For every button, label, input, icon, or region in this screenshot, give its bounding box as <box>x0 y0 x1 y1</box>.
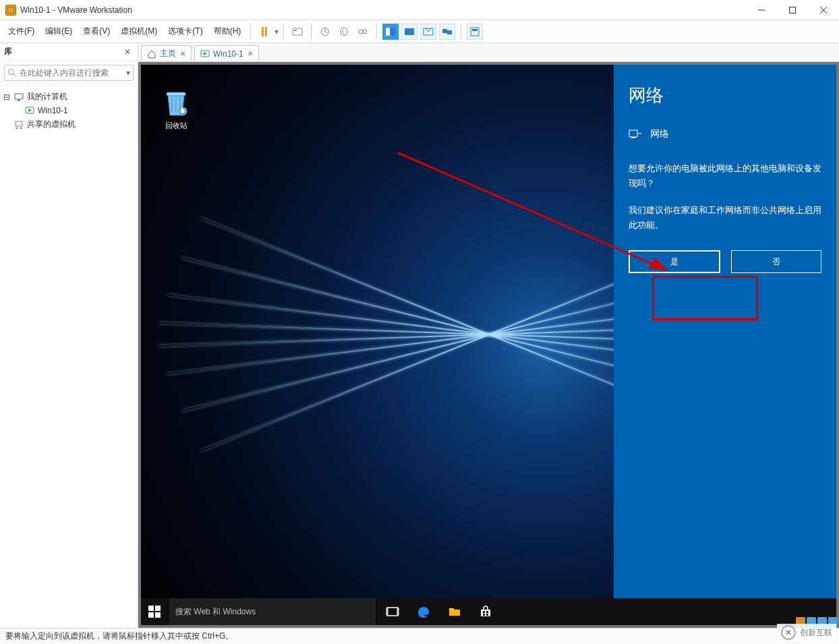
library-close-button[interactable]: ✕ <box>124 47 134 57</box>
menu-edit[interactable]: 编辑(E) <box>40 23 78 40</box>
recycle-bin-icon[interactable]: 回收站 <box>154 88 198 131</box>
watermark-logo-icon: ✕ <box>781 625 796 640</box>
search-dropdown-icon[interactable]: ▾ <box>126 68 130 78</box>
start-button[interactable] <box>141 598 168 625</box>
tab-home-close[interactable]: ✕ <box>180 50 185 57</box>
svg-rect-10 <box>386 28 390 36</box>
tabbar: 主页 ✕ Win10-1 ✕ <box>138 43 839 62</box>
tree-shared-vms[interactable]: 共享的虚拟机 <box>3 117 135 131</box>
tab-home-label: 主页 <box>160 48 176 59</box>
recycle-bin-label: 回收站 <box>154 121 198 131</box>
file-explorer-icon[interactable] <box>439 598 470 625</box>
svg-rect-45 <box>483 611 485 613</box>
svg-point-18 <box>9 69 14 75</box>
tree-collapse-icon[interactable]: ⊟ <box>3 92 11 102</box>
tree-my-computer[interactable]: ⊟ 我的计算机 <box>3 90 135 104</box>
library-title: 库 <box>4 46 124 57</box>
main-pane: 主页 ✕ Win10-1 ✕ <box>138 43 839 628</box>
vmware-app-icon <box>5 5 16 16</box>
taskbar-search[interactable]: 搜索 Web 和 Windows <box>168 598 377 625</box>
svg-rect-41 <box>387 608 398 616</box>
library-search[interactable]: ▾ <box>4 65 134 81</box>
snapshot-revert-button[interactable] <box>336 24 352 40</box>
pause-dropdown-icon[interactable]: ▾ <box>274 27 279 36</box>
maximize-button[interactable] <box>777 0 808 20</box>
send-ctrl-alt-del-button[interactable] <box>289 24 306 40</box>
svg-rect-29 <box>167 92 185 96</box>
library-search-input[interactable] <box>20 68 123 78</box>
svg-rect-47 <box>483 614 485 616</box>
network-question-2: 我们建议你在家庭和工作网络而非公共网络上启用此功能。 <box>629 203 821 233</box>
menu-tabs[interactable]: 选项卡(T) <box>163 23 208 40</box>
svg-rect-4 <box>293 28 302 35</box>
svg-marker-23 <box>28 109 32 112</box>
network-flyout: 网络 网络 想要允许你的电脑被此网络上的其他电脑和设备发现吗？ 我们建议你在家庭… <box>614 65 836 598</box>
svg-marker-28 <box>204 52 207 55</box>
network-flyout-title: 网络 <box>629 84 821 107</box>
window-title: Win10-1 - VMware Workstation <box>20 5 132 15</box>
statusbar: 要将输入定向到该虚拟机，请将鼠标指针移入其中或按 Ctrl+G。 <box>0 628 839 644</box>
computer-icon <box>13 92 24 103</box>
svg-rect-48 <box>486 614 488 616</box>
svg-point-7 <box>341 28 348 35</box>
tab-vm-close[interactable]: ✕ <box>248 50 253 57</box>
menu-help[interactable]: 帮助(H) <box>208 23 247 40</box>
snapshot-button[interactable] <box>317 24 333 40</box>
home-icon <box>147 49 156 59</box>
svg-rect-1 <box>790 7 796 13</box>
svg-rect-38 <box>155 606 161 611</box>
view-fullscreen-button[interactable] <box>401 24 417 40</box>
tree-shared-label: 共享的虚拟机 <box>27 119 76 130</box>
svg-rect-11 <box>390 28 395 36</box>
view-library-button[interactable] <box>467 24 483 40</box>
edge-browser-icon[interactable] <box>408 598 439 625</box>
guest-screen[interactable]: 回收站 网络 网络 想要允许你的电脑被此网络上的其他电脑和设备发现吗？ 我们建议… <box>141 65 836 625</box>
taskbar-search-placeholder: 搜索 Web 和 Windows <box>175 606 256 618</box>
svg-rect-40 <box>155 612 161 618</box>
ethernet-icon <box>629 127 642 141</box>
search-icon <box>7 68 17 78</box>
network-yes-button[interactable]: 是 <box>629 250 720 273</box>
view-console-button[interactable] <box>382 24 399 40</box>
svg-rect-39 <box>148 612 154 618</box>
pause-vm-button[interactable] <box>256 24 272 40</box>
svg-point-8 <box>359 30 363 34</box>
svg-rect-32 <box>629 130 637 137</box>
svg-rect-37 <box>148 606 154 611</box>
annotation-highlight-box <box>652 276 758 320</box>
guest-desktop[interactable]: 回收站 网络 网络 想要允许你的电脑被此网络上的其他电脑和设备发现吗？ 我们建议… <box>141 65 836 625</box>
vm-tab-icon <box>200 49 210 59</box>
watermark: ✕ 创新互联 <box>777 624 836 641</box>
network-no-button[interactable]: 否 <box>731 250 821 273</box>
library-tree: ⊟ 我的计算机 Win10-1 共享的虚拟机 <box>0 86 138 628</box>
network-question-1: 想要允许你的电脑被此网络上的其他电脑和设备发现吗？ <box>629 161 821 191</box>
close-button[interactable] <box>808 0 839 20</box>
svg-rect-33 <box>631 137 635 138</box>
svg-rect-15 <box>447 30 452 34</box>
guest-taskbar: 搜索 Web 和 Windows <box>141 598 836 625</box>
snapshot-manager-button[interactable] <box>355 24 371 40</box>
svg-point-26 <box>20 127 22 129</box>
svg-rect-12 <box>405 28 414 35</box>
svg-rect-16 <box>471 28 479 36</box>
vm-running-icon <box>24 105 35 116</box>
minimize-button[interactable] <box>746 0 777 20</box>
svg-rect-44 <box>449 610 460 616</box>
library-sidebar: 库 ✕ ▾ ⊟ 我的计算机 Win10-1 <box>0 43 138 628</box>
menu-vm[interactable]: 虚拟机(M) <box>115 23 163 40</box>
tab-vm[interactable]: Win10-1 ✕ <box>194 45 259 61</box>
task-view-button[interactable] <box>377 598 408 625</box>
svg-rect-21 <box>18 100 20 101</box>
view-multi-monitor-button[interactable] <box>439 24 455 40</box>
tree-vm-label: Win10-1 <box>38 106 68 115</box>
tab-home[interactable]: 主页 ✕ <box>141 45 192 61</box>
store-icon[interactable] <box>470 598 501 625</box>
view-unity-button[interactable] <box>420 24 436 40</box>
svg-point-9 <box>363 30 367 34</box>
menu-view[interactable]: 查看(V) <box>78 23 115 40</box>
tree-vm-win10[interactable]: Win10-1 <box>3 104 135 117</box>
tab-vm-label: Win10-1 <box>213 49 243 59</box>
titlebar: Win10-1 - VMware Workstation <box>0 0 839 20</box>
menu-file[interactable]: 文件(F) <box>3 23 40 40</box>
menubar: 文件(F) 编辑(E) 查看(V) 虚拟机(M) 选项卡(T) 帮助(H) ▾ <box>0 20 839 43</box>
